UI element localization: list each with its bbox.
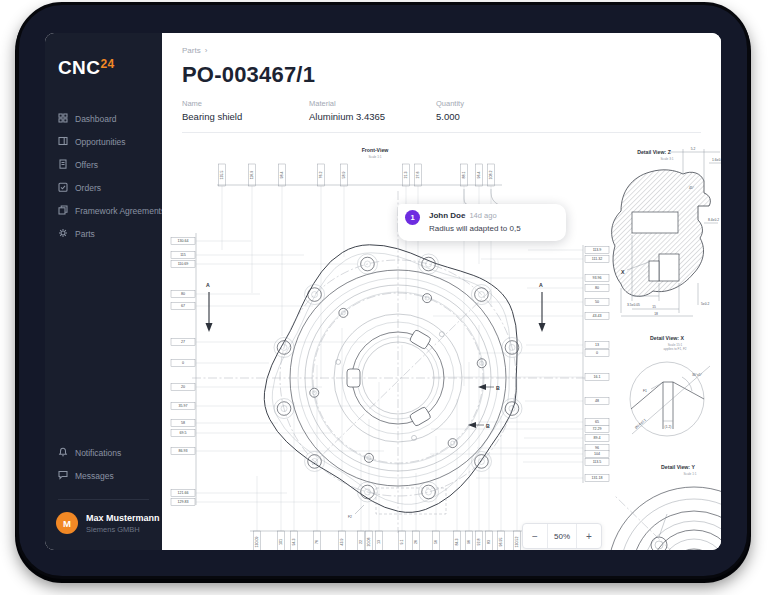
meta-quantity: Quantity 5.000 <box>436 99 563 122</box>
avatar: M <box>56 512 78 534</box>
comment-timestamp: 14d ago <box>469 211 496 220</box>
user-company: Siemens GMBH <box>86 525 168 534</box>
svg-text:129.83: 129.83 <box>178 500 189 504</box>
bell-icon <box>58 447 68 459</box>
comment-card[interactable]: 1 John Doe14d ago Radius will adapted to… <box>398 204 566 241</box>
svg-text:96.95: 96.95 <box>499 538 503 547</box>
zoom-toolbar: − 50% + <box>522 523 602 549</box>
comment-author: John Doe <box>429 211 465 220</box>
sidebar-item-label: Messages <box>75 471 114 481</box>
svg-text:Front-View: Front-View <box>362 147 390 153</box>
svg-text:80: 80 <box>595 286 599 290</box>
svg-text:22: 22 <box>359 540 363 544</box>
sidebar-item-label: Dashboard <box>75 114 117 124</box>
page-header: Parts› PO-003467/1 Name Bearing shield M… <box>162 33 721 133</box>
user-menu[interactable]: M Max Mustermann▾ Siemens GMBH <box>45 512 162 534</box>
svg-text:Scale 1:1: Scale 1:1 <box>369 155 382 159</box>
message-icon <box>58 470 68 482</box>
meta-material: Material Aluminium 3.4365 <box>309 99 436 122</box>
svg-text:130.09: 130.09 <box>255 537 259 548</box>
svg-text:Scale 3:1: Scale 3:1 <box>661 157 674 161</box>
svg-text:116.9: 116.9 <box>250 171 254 180</box>
svg-text:13: 13 <box>595 343 599 347</box>
sidebar-item-framework-agreements[interactable]: Framework Agreements <box>45 199 162 222</box>
svg-text:98.4: 98.4 <box>280 172 284 179</box>
brand-logo-cnc: CNC <box>58 57 100 78</box>
svg-text:86.93: 86.93 <box>179 449 188 453</box>
sidebar-item-parts[interactable]: Parts <box>45 222 162 245</box>
svg-text:72.29: 72.29 <box>593 427 602 431</box>
svg-text:130.52: 130.52 <box>515 537 519 548</box>
sidebar-item-label: Parts <box>75 229 95 239</box>
svg-text:0: 0 <box>596 351 598 355</box>
section-marker-a-left: A <box>206 282 213 332</box>
svg-text:13: 13 <box>377 540 381 544</box>
svg-text:67: 67 <box>181 304 185 308</box>
breadcrumb[interactable]: Parts› <box>182 46 701 55</box>
meta-name: Name Bearing shield <box>182 99 309 122</box>
svg-text:110.69: 110.69 <box>178 262 189 266</box>
svg-text:15: 15 <box>652 305 656 309</box>
svg-text:30°±5°: 30°±5° <box>692 373 703 377</box>
svg-text:B: B <box>486 423 490 429</box>
svg-text:131.18: 131.18 <box>592 476 603 480</box>
svg-text:5.2: 5.2 <box>691 147 696 151</box>
comment-text: Radius will adapted to 0,5 <box>429 224 556 233</box>
svg-text:121.66: 121.66 <box>178 491 189 495</box>
page-title: PO-003467/1 <box>182 62 701 88</box>
svg-text:113.5: 113.5 <box>593 460 602 464</box>
svg-text:X: X <box>621 269 625 275</box>
sidebar-item-messages[interactable]: Messages <box>45 464 162 487</box>
main-content: Parts› PO-003467/1 Name Bearing shield M… <box>162 33 721 550</box>
svg-text:27: 27 <box>181 340 185 344</box>
sidebar-item-label: Opportunities <box>75 137 126 147</box>
breadcrumb-caret-icon: › <box>205 46 208 55</box>
svg-text:96: 96 <box>595 446 599 450</box>
svg-text:1.6±0.2: 1.6±0.2 <box>712 158 721 162</box>
sidebar-item-offers[interactable]: Offers <box>45 153 162 176</box>
svg-text:115: 115 <box>180 253 186 257</box>
detail-view-z: Detail View: Z Scale 3:1 5.2 1.6±0.2 <box>612 147 721 317</box>
comment-pin-badge[interactable]: 1 <box>405 210 420 225</box>
svg-text:8.4±0.2: 8.4±0.2 <box>708 218 719 222</box>
sidebar-item-label: Notifications <box>75 448 121 458</box>
app-screen: CNC24 Dashboard Opportunities Offers Ord… <box>45 33 721 550</box>
svg-text:80: 80 <box>181 292 185 296</box>
framework-icon <box>58 205 68 217</box>
section-marker-a-right: A <box>539 282 546 332</box>
sidebar-item-orders[interactable]: Orders <box>45 176 162 199</box>
section-marker-b-1: B <box>478 384 500 391</box>
svg-text:56: 56 <box>434 540 438 544</box>
zoom-out-button[interactable]: − <box>523 524 547 548</box>
front-view-title: Front-View Scale 1:1 <box>362 147 390 159</box>
svg-text:93.96: 93.96 <box>593 276 602 280</box>
brand-logo[interactable]: CNC24 <box>45 57 162 79</box>
drawing-viewport: 130.64115110.6980672702035.975869.586.93… <box>162 133 721 550</box>
centerlines <box>192 191 587 533</box>
svg-text:Scale 1:1: Scale 1:1 <box>684 472 697 476</box>
technical-drawing-canvas[interactable]: 130.64115110.6980672702035.975869.586.93… <box>162 133 721 550</box>
svg-text:65: 65 <box>595 420 599 424</box>
sidebar-item-dashboard[interactable]: Dashboard <box>45 107 162 130</box>
svg-text:16.1: 16.1 <box>594 375 601 379</box>
svg-text:35.97: 35.97 <box>179 404 188 408</box>
svg-text:50: 50 <box>595 300 599 304</box>
svg-text:69.5: 69.5 <box>180 431 187 435</box>
svg-text:58: 58 <box>181 421 185 425</box>
svg-text:76.2: 76.2 <box>319 172 323 179</box>
sidebar-item-notifications[interactable]: Notifications <box>45 441 162 464</box>
opportunities-icon <box>58 136 68 148</box>
sidebar-item-label: Framework Agreements <box>75 206 165 216</box>
svg-text:130.64: 130.64 <box>178 239 189 243</box>
svg-text:9.1: 9.1 <box>400 540 404 545</box>
zoom-level: 50% <box>547 524 577 548</box>
svg-text:18: 18 <box>654 312 658 316</box>
sidebar-item-opportunities[interactable]: Opportunities <box>45 130 162 153</box>
sidebar-item-label: Offers <box>75 160 98 170</box>
zoom-in-button[interactable]: + <box>577 524 601 548</box>
svg-text:20.06: 20.06 <box>367 538 371 547</box>
svg-text:108.2: 108.2 <box>489 171 493 180</box>
parts-icon <box>58 228 68 240</box>
svg-text:Detail View: X: Detail View: X <box>650 335 684 341</box>
svg-text:20: 20 <box>181 385 185 389</box>
